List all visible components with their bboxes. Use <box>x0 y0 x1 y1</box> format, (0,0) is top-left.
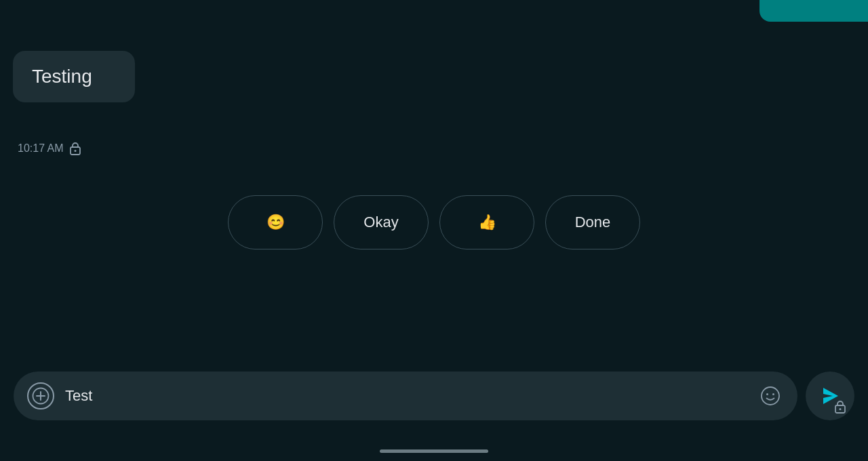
emoji-picker-button[interactable] <box>757 382 784 409</box>
encrypted-lock-icon <box>69 142 81 155</box>
message-bubble: Testing <box>13 51 135 102</box>
quick-reply-done[interactable]: Done <box>545 195 640 249</box>
send-message-button[interactable] <box>806 372 854 420</box>
svg-point-5 <box>762 387 779 405</box>
home-bar <box>380 449 488 453</box>
add-attachment-button[interactable] <box>27 382 54 409</box>
message-timestamp-row: 10:17 AM <box>18 142 81 155</box>
message-text-input[interactable] <box>65 387 746 405</box>
quick-reply-smile[interactable]: 😊 <box>228 195 323 249</box>
top-right-button[interactable] <box>760 0 868 22</box>
input-area <box>0 372 868 420</box>
quick-reply-okay[interactable]: Okay <box>334 195 429 249</box>
svg-point-10 <box>840 408 842 410</box>
quick-replies-container: 😊 Okay 👍 Done <box>0 195 868 249</box>
svg-point-7 <box>772 393 774 395</box>
timestamp-text: 10:17 AM <box>18 142 64 155</box>
send-lock-icon <box>834 400 846 412</box>
message-input-container <box>14 372 797 420</box>
svg-point-6 <box>766 393 768 395</box>
quick-reply-thumbs-up[interactable]: 👍 <box>439 195 534 249</box>
svg-point-1 <box>74 150 76 152</box>
message-text: Testing <box>32 66 92 87</box>
